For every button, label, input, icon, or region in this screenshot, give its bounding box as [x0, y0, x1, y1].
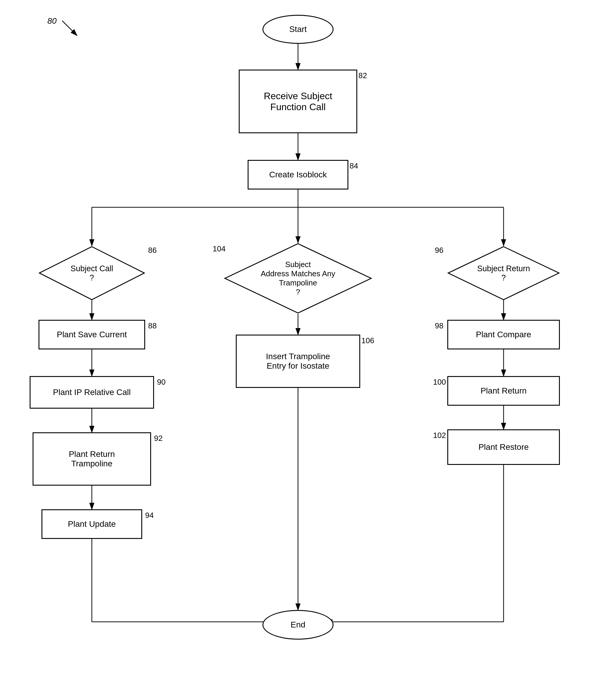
svg-line-21 [62, 21, 77, 35]
ref-88: 88 [148, 321, 157, 331]
end-node: End [263, 610, 333, 640]
node-88: Plant Save Current [39, 320, 145, 349]
start-node: Start [263, 15, 333, 44]
ref-94: 94 [145, 511, 154, 520]
ref-102: 102 [433, 431, 446, 440]
node-86: Subject Call? [39, 246, 145, 301]
node-96: Subject Return? [447, 246, 560, 301]
ref-106: 106 [362, 336, 374, 345]
ref-84: 84 [350, 161, 358, 171]
node-102: Plant Restore [447, 430, 560, 465]
node-92: Plant ReturnTrampoline [32, 432, 151, 486]
ref-90: 90 [157, 378, 166, 387]
node-100: Plant Return [447, 376, 560, 406]
diagram-ref-number: 80 [47, 16, 56, 26]
node-94: Plant Update [42, 509, 142, 539]
node-84: Create Isoblock [248, 160, 348, 189]
ref-92: 92 [154, 434, 163, 443]
node-104: SubjectAddress Matches AnyTrampoline? [224, 243, 372, 314]
ref-96: 96 [435, 246, 443, 255]
node-90: Plant IP Relative Call [30, 376, 154, 409]
ref-arrow [59, 18, 83, 42]
node-106: Insert TrampolineEntry for Isostate [236, 335, 360, 388]
ref-98: 98 [435, 321, 443, 331]
node-98: Plant Compare [447, 320, 560, 349]
ref-100: 100 [433, 378, 446, 387]
ref-86: 86 [148, 246, 157, 255]
ref-82: 82 [358, 71, 367, 80]
flowchart-diagram: 80 Start Receive SubjectFunction Call 82… [0, 0, 596, 700]
ref-104: 104 [213, 244, 225, 254]
node-82: Receive SubjectFunction Call [239, 70, 357, 133]
